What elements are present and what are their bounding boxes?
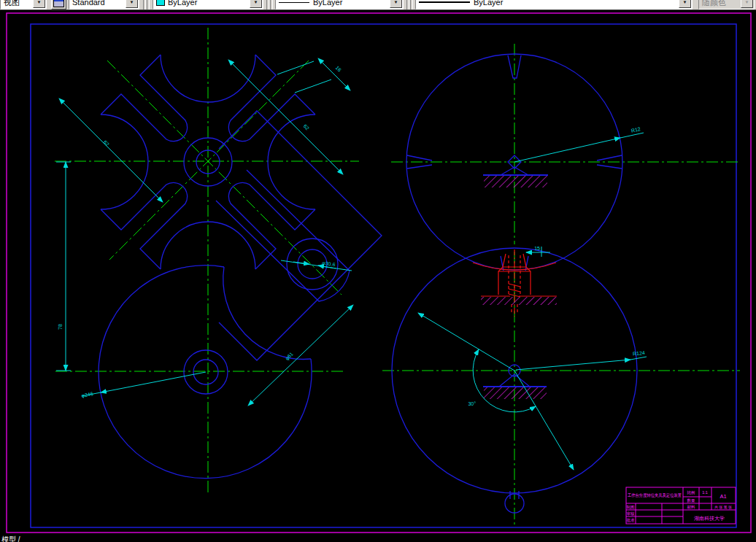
lineweight-combo[interactable]: ByLayer ▼ [415,0,693,9]
chevron-down-icon[interactable]: ▼ [250,0,262,8]
plotstyle-combo-value: 随颜色 [702,0,726,8]
linetype-combo[interactable]: ByLayer ▼ [275,0,404,9]
color-combo[interactable]: ByLayer ▼ [153,0,263,9]
material-label: 材料 [687,505,696,510]
dim-wheel-radius: R12 [630,126,641,133]
section-hatch-view-c [484,176,547,187]
toolbar-separator [406,0,409,9]
chevron-down-icon[interactable]: ▼ [33,0,45,8]
style-manager-button[interactable] [51,0,66,9]
title-block-texts: 工作台分度转位夹具及定位装置 比例 1:1 A1 数量 材料 共 张 第 张 制… [627,490,733,523]
text-style-combo[interactable]: Standard ▼ [69,0,139,9]
toolbar-separator [410,0,413,9]
scale-value: 1:1 [702,490,708,495]
toolbar-separator [143,0,146,9]
toolbar: 视图 ▼ Standard ▼ ByLayer ▼ ByLayer ▼ ByLa… [0,0,756,10]
plot-margin-frame [7,13,751,533]
chevron-down-icon: ▼ [741,0,753,8]
linetype-sample-icon [279,2,309,3]
organization-name: 湖南科技大学 [694,516,725,521]
color-swatch-icon [156,0,165,6]
centerlines [55,28,740,527]
centerline-diag-1 [107,61,342,295]
linetype-combo-value: ByLayer [313,0,342,7]
section-hatch-view-d [484,387,547,399]
dim-lock-angle: 30° [468,401,476,406]
dim-diag-left: 62 [103,139,111,147]
dimensions-layer [56,58,647,470]
checked-label: 审核 [627,511,636,516]
drawing-title: 工作台分度转位夹具及定位装置 [628,492,682,498]
view-combo[interactable]: 视图 ▼ [0,0,47,9]
sheet-info: 共 张 第 张 [714,505,732,510]
cad-application-window: 视图 ▼ Standard ▼ ByLayer ▼ ByLayer ▼ ByLa… [0,0,756,542]
drawing-border-frame [31,24,736,527]
centerline-diag-2 [109,61,309,260]
color-combo-value: ByLayer [168,0,197,7]
dim-pawl-offset: 15 [534,246,540,251]
chevron-down-icon[interactable]: ▼ [679,0,691,8]
view-combo-value: 视图 [4,0,20,8]
dim-lock-radius: R124 [633,350,645,356]
square-blank-outline [219,111,382,360]
dim-arm-width: φ61 [284,351,294,361]
chevron-down-icon[interactable]: ▼ [390,0,402,8]
toolbar-separator [266,0,269,9]
lineweight-combo-value: ByLayer [474,0,503,7]
scale-label: 比例 [687,490,695,495]
plotstyle-combo: 随颜色 ▼ [698,0,755,9]
section-hatch-pawl [481,297,557,305]
dim-diag-right: 62 [303,123,311,131]
dim-slot-width: 16 [335,65,343,73]
drawn-label: 制图 [627,505,635,510]
toolbar-separator [147,0,150,9]
approved-label: 批准 [627,518,636,523]
sheet-format: A1 [720,493,726,500]
chevron-down-icon[interactable]: ▼ [126,0,138,8]
lineweight-sample-icon [419,1,470,3]
layout-tabs-fragment[interactable]: 模型 / [1,535,20,542]
dim-center-distance: 78 [58,324,63,330]
text-style-value: Standard [72,0,105,7]
toolbar-separator [270,0,273,9]
quantity-label: 数量 [687,498,696,503]
style-icon [53,0,64,7]
dimension-texts: 16 62 62 φ30.6 φ61 78 φ246 R12 R124 15 3… [58,65,645,406]
drawing-canvas[interactable]: 16 62 62 φ30.6 φ61 78 φ246 R12 R124 15 3… [0,0,756,542]
view-a-geneva-cross [101,55,382,360]
dim-disc-diameter: φ246 [81,391,94,399]
